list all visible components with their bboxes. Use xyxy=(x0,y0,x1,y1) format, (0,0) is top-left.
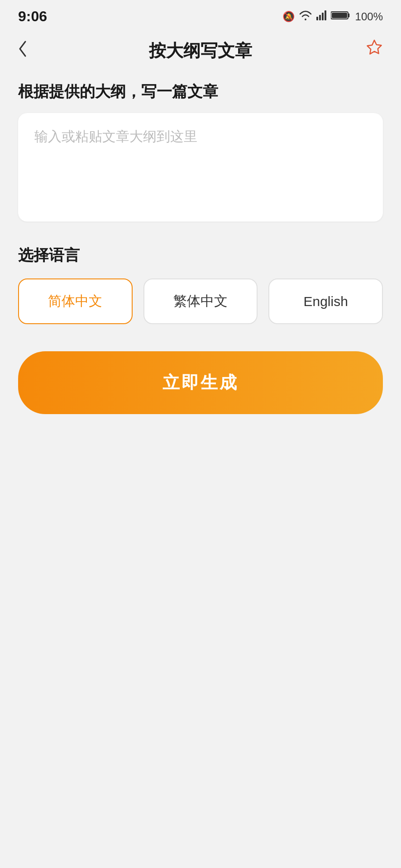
battery-percent: 100% xyxy=(355,10,383,23)
back-button[interactable] xyxy=(16,39,43,63)
mute-icon: 🔕 xyxy=(282,11,295,23)
nav-bar: 按大纲写文章 xyxy=(0,29,401,72)
status-icons: 🔕 100% xyxy=(282,10,383,23)
outline-input[interactable] xyxy=(18,113,383,222)
lang-traditional-button[interactable]: 繁体中文 xyxy=(143,278,258,324)
favorite-button[interactable] xyxy=(358,38,385,63)
status-time: 9:06 xyxy=(18,8,47,25)
svg-rect-1 xyxy=(319,15,321,20)
language-section: 选择语言 简体中文 繁体中文 English xyxy=(18,245,383,324)
language-options: 简体中文 繁体中文 English xyxy=(18,278,383,324)
main-content: 根据提供的大纲，写一篇文章 选择语言 简体中文 繁体中文 English 立即生… xyxy=(0,72,401,423)
wifi-icon xyxy=(299,10,312,23)
language-label: 选择语言 xyxy=(18,245,383,266)
signal-icon xyxy=(316,10,326,23)
generate-button[interactable]: 立即生成 xyxy=(18,351,383,414)
page-title: 按大纲写文章 xyxy=(43,39,358,62)
battery-icon xyxy=(331,10,351,23)
svg-rect-3 xyxy=(325,10,326,20)
svg-rect-5 xyxy=(332,13,347,18)
section-label: 根据提供的大纲，写一篇文章 xyxy=(18,81,383,102)
svg-rect-2 xyxy=(322,13,324,20)
status-bar: 9:06 🔕 100% xyxy=(0,0,401,29)
lang-english-button[interactable]: English xyxy=(268,278,383,324)
svg-rect-0 xyxy=(316,17,318,20)
lang-simplified-button[interactable]: 简体中文 xyxy=(18,278,133,324)
star-icon xyxy=(364,43,385,63)
